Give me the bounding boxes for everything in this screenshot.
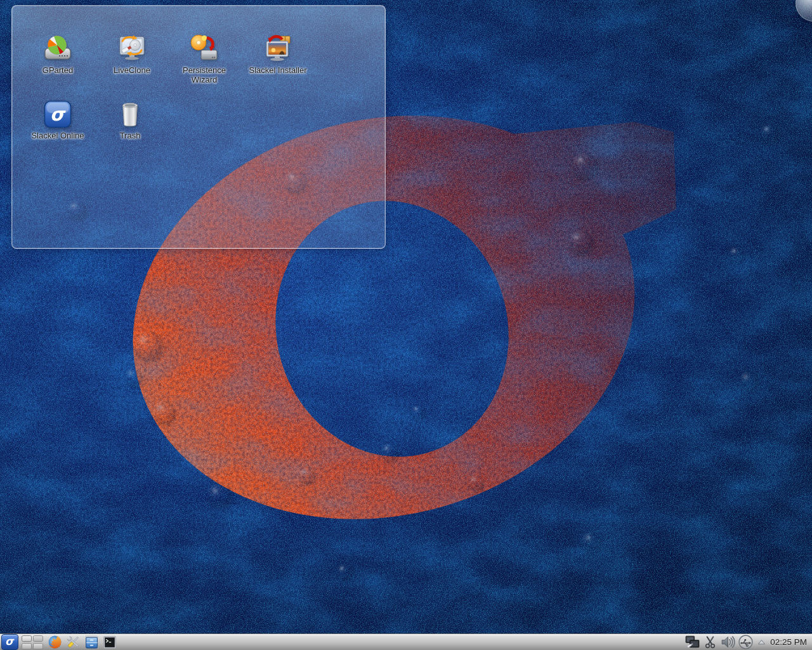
desktop-icon-label: Slackel Installer — [247, 66, 309, 76]
desktop-icon-label: LiveClone — [101, 66, 163, 76]
desktop-icon-label: GParted — [27, 66, 89, 76]
network-icon — [684, 634, 700, 650]
pager-desktop-3[interactable] — [22, 643, 32, 649]
slackel-installer-icon — [263, 34, 293, 64]
folder-view-widget: GParted — [11, 5, 386, 249]
speaker-icon — [720, 634, 736, 650]
desktop-icon-label: Trash — [99, 131, 161, 141]
taskbar-panel: σ — [0, 633, 812, 650]
volume-tray-item[interactable] — [720, 634, 736, 650]
desktop-icon-slackel-online[interactable]: σ Slackel Online — [23, 99, 93, 141]
file-manager-launcher[interactable] — [83, 634, 100, 650]
liveclone-icon — [117, 34, 147, 64]
slackel-menu-icon: σ — [5, 636, 13, 647]
desktop-icon-persistence-wizard[interactable]: Persistence Wizard — [169, 34, 239, 85]
svg-text:σ: σ — [50, 103, 67, 125]
network-tray-item[interactable] — [684, 634, 700, 650]
system-settings-icon — [65, 634, 81, 650]
terminal-icon — [102, 635, 117, 650]
system-settings-launcher[interactable] — [65, 634, 81, 650]
pager-desktop-2[interactable] — [33, 635, 43, 642]
trash-icon — [115, 99, 145, 129]
desktop-icon-label: Slackel Online — [27, 131, 89, 141]
device-notifier-tray-item[interactable] — [738, 634, 754, 650]
application-launcher-button[interactable]: σ — [1, 634, 18, 650]
slackel-online-icon: σ — [43, 99, 73, 129]
desktop-icon-trash[interactable]: Trash — [95, 99, 165, 141]
clipboard-tray-item[interactable] — [702, 634, 718, 650]
file-manager-icon — [84, 634, 100, 650]
pager-desktop-1[interactable] — [22, 635, 32, 642]
desktop-icon-gparted[interactable]: GParted — [23, 34, 93, 76]
gparted-icon — [43, 34, 73, 64]
tray-expander-button[interactable] — [756, 634, 767, 650]
persistence-wizard-icon — [189, 34, 219, 64]
firefox-launcher[interactable] — [46, 634, 63, 650]
scissors-icon — [703, 635, 717, 649]
virtual-desktop-pager — [22, 635, 43, 649]
digital-clock[interactable]: 02:25 PM — [769, 637, 809, 647]
up-arrow-icon — [757, 637, 766, 647]
pager-desktop-4[interactable] — [33, 643, 43, 649]
desktop-icon-liveclone[interactable]: LiveClone — [97, 34, 167, 76]
usb-device-icon — [738, 634, 754, 650]
firefox-icon — [47, 634, 63, 650]
desktop-icon-slackel-installer[interactable]: Slackel Installer — [243, 34, 313, 76]
terminal-launcher[interactable] — [102, 634, 118, 650]
desktop-icon-label: Persistence Wizard — [173, 66, 235, 85]
